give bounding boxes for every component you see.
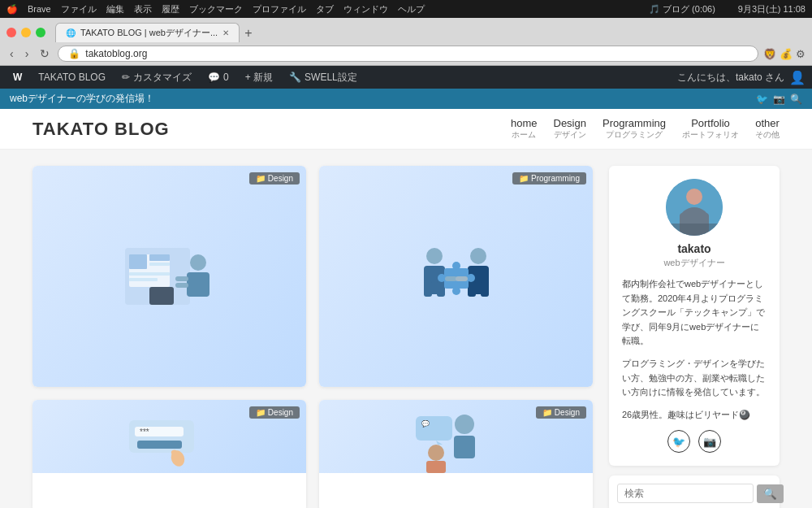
nav-design[interactable]: Design デザイン: [554, 117, 586, 141]
svg-rect-9: [175, 276, 188, 281]
svg-rect-30: [137, 441, 182, 449]
swell-item[interactable]: 🔧 SWELL設定: [283, 66, 364, 89]
wp-admin-bar: W TAKATO BLOG ✏ カスタマイズ 💬 0 + 新規 🔧 SWELL設…: [0, 66, 812, 89]
nav-home-label: home: [511, 117, 538, 129]
svg-text:💬: 💬: [421, 419, 430, 428]
search-input[interactable]: [617, 484, 754, 503]
svg-rect-34: [454, 436, 475, 458]
search-ann-icon[interactable]: 🔍: [790, 93, 802, 105]
active-tab[interactable]: 🌐 TAKATO BLOG | webデザイナー... ✕: [55, 23, 240, 42]
customize-item[interactable]: ✏ カスタマイズ: [115, 66, 198, 89]
tab-close-button[interactable]: ✕: [222, 28, 229, 37]
author-bio-1: 都内制作会社でwebデザイナーとして勤務。2020年4月よりプログラミングスクー…: [622, 277, 767, 349]
nav-design-sub: デザイン: [554, 129, 586, 141]
nav-home[interactable]: home ホーム: [511, 117, 538, 141]
extensions-icon[interactable]: ⚙: [796, 48, 806, 60]
view-menu[interactable]: 表示: [134, 3, 152, 15]
blog-card-1[interactable]: 📁 Design: [32, 166, 306, 387]
window-controls[interactable]: [6, 28, 45, 37]
illus-xd-svg: [117, 232, 222, 321]
reload-button[interactable]: ↻: [37, 46, 53, 62]
wp-logo-item[interactable]: W: [6, 66, 28, 89]
instagram-social-button[interactable]: 📷: [698, 430, 721, 453]
nav-prog-sub: プログラミング: [603, 129, 666, 141]
nav-programming[interactable]: Programming プログラミング: [603, 117, 666, 141]
site-logo[interactable]: TAKATO BLOG: [32, 119, 170, 140]
customize-label: カスタマイズ: [133, 71, 192, 85]
brave-shield-icon[interactable]: 🦁: [763, 48, 776, 60]
blog-card-4[interactable]: 📁 Design 💬: [319, 400, 593, 508]
svg-rect-5: [129, 272, 170, 276]
main-nav: home ホーム Design デザイン Programming プログラミング…: [511, 117, 780, 141]
new-tab-button[interactable]: +: [240, 24, 257, 42]
tab-menu[interactable]: タブ: [316, 3, 334, 15]
help-menu[interactable]: ヘルプ: [398, 3, 425, 15]
apple-menu[interactable]: 🍎: [6, 4, 18, 15]
badge-design-3: 📁 Design: [249, 406, 300, 419]
url-text: takatoblog.org: [85, 48, 147, 59]
card-image-2: 📁 Programming: [319, 166, 593, 387]
edit-menu[interactable]: 編集: [106, 3, 124, 15]
comments-count: 0: [223, 72, 229, 83]
nav-design-label: Design: [554, 117, 586, 129]
app-name: Brave: [28, 4, 51, 14]
history-menu[interactable]: 履歴: [162, 3, 179, 15]
nav-portfolio[interactable]: Portfolio ポートフォリオ: [682, 117, 739, 141]
folder-icon-3: 📁: [256, 408, 266, 417]
svg-point-33: [455, 415, 474, 434]
mac-status: 🎵 ブログ (0:06) 9月3日(土) 11:08: [649, 3, 806, 15]
forward-button[interactable]: ›: [22, 46, 32, 62]
nav-other[interactable]: other その他: [755, 117, 780, 141]
blog-card-2[interactable]: 📁 Programming: [319, 166, 593, 387]
address-bar[interactable]: 🔒 takatoblog.org: [58, 46, 758, 62]
twitter-ann-icon[interactable]: 🐦: [756, 93, 768, 105]
browser-extras: 🦁 💰 ⚙: [763, 48, 806, 60]
author-role: webデザイナー: [622, 257, 767, 269]
svg-rect-18: [468, 280, 476, 297]
browser-nav: ‹ › ↻ 🔒 takatoblog.org 🦁 💰 ⚙: [0, 42, 812, 65]
nav-port-label: Portfolio: [682, 117, 739, 129]
search-submit-button[interactable]: 🔍: [757, 484, 784, 503]
site-name-item[interactable]: TAKATO BLOG: [32, 66, 112, 89]
svg-rect-10: [175, 283, 188, 288]
maximize-window-button[interactable]: [36, 28, 45, 37]
instagram-ann-icon[interactable]: 📷: [773, 93, 785, 105]
lock-icon: 🔒: [68, 48, 80, 59]
minimize-window-button[interactable]: [21, 28, 31, 37]
new-post-item[interactable]: + 新規: [239, 66, 279, 89]
svg-rect-25: [445, 276, 457, 281]
card-image-1: 📁 Design: [32, 166, 306, 387]
comments-item[interactable]: 💬 0: [201, 66, 235, 89]
card-image-3: 📁 Design ***: [32, 400, 306, 473]
svg-point-16: [470, 248, 486, 264]
card-image-4: 📁 Design 💬: [319, 400, 593, 473]
svg-point-41: [686, 189, 702, 205]
svg-rect-3: [149, 254, 170, 261]
profiles-menu[interactable]: プロファイル: [253, 3, 306, 15]
wp-site-name: TAKATO BLOG: [38, 72, 106, 83]
author-bio-2: プログラミング・デザインを学びたい方、勉強中の方、副業や転職したい方向けに情報を…: [622, 357, 767, 400]
svg-point-23: [438, 274, 446, 282]
wallet-icon[interactable]: 💰: [780, 48, 793, 60]
announcement-bar: webデザイナーの学びの発信場！ 🐦 📷 🔍: [0, 89, 812, 109]
svg-point-38: [428, 445, 444, 461]
blog-card-3[interactable]: 📁 Design ***: [32, 400, 306, 508]
twitter-social-button[interactable]: 🐦: [667, 430, 690, 453]
close-window-button[interactable]: [6, 28, 16, 37]
svg-point-7: [190, 254, 206, 271]
main-content: 📁 Design: [0, 150, 812, 508]
author-name: takato: [622, 242, 767, 255]
wp-greeting: こんにちは、takato さん 👤: [677, 70, 806, 85]
svg-rect-26: [456, 276, 468, 281]
svg-rect-2: [129, 254, 147, 269]
browser-chrome: 🌐 TAKATO BLOG | webデザイナー... ✕ + ‹ › ↻ 🔒 …: [0, 18, 812, 66]
folder-icon-1: 📁: [256, 174, 266, 183]
file-menu[interactable]: ファイル: [61, 3, 97, 15]
mac-menu: 🍎 Brave ファイル 編集 表示 履歴 ブックマーク プロファイル タブ ウ…: [6, 3, 425, 15]
bookmarks-menu[interactable]: ブックマーク: [189, 3, 243, 15]
window-menu[interactable]: ウィンドウ: [343, 3, 388, 15]
author-bio-3: 26歳男性。趣味はビリヤード🎱: [622, 408, 767, 423]
back-button[interactable]: ‹: [6, 46, 17, 62]
svg-rect-4: [149, 263, 170, 266]
nav-port-sub: ポートフォリオ: [682, 129, 739, 141]
